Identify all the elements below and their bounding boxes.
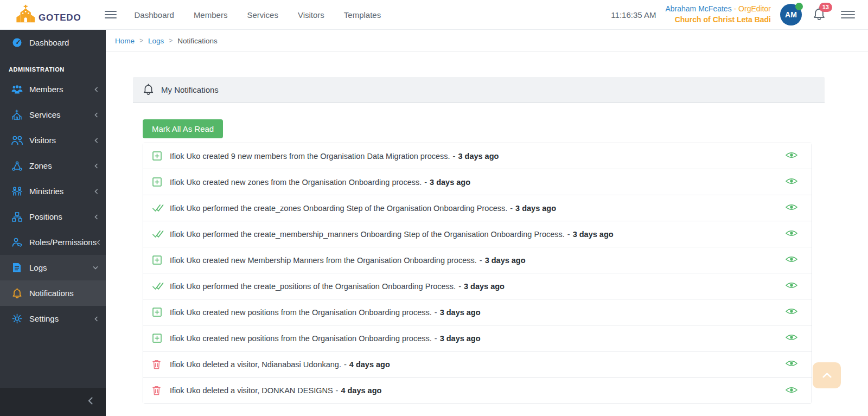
topnav-dashboard[interactable]: Dashboard [134,10,174,20]
eye-icon [786,203,797,213]
sidebar-item-label: Dashboard [29,38,69,47]
avatar-initials: AM [785,10,797,19]
view-notification-button[interactable] [784,280,799,292]
notification-text: Ifiok Uko created 9 new members from the… [170,152,450,161]
breadcrumb-home[interactable]: Home [115,37,135,45]
sidebar-toggle-icon[interactable] [105,11,117,18]
sidebar-item-dashboard[interactable]: Dashboard [0,30,106,55]
sidebar-item-positions[interactable]: Positions [0,204,106,229]
panel-title: My Notifications [161,85,219,94]
sidebar-item-label: Services [29,110,61,119]
sidebar-item-settings[interactable]: Settings [0,306,106,331]
sidebar-filler [0,331,106,388]
notification-row: Ifiok Uko performed the create_zones Onb… [143,195,812,221]
text-separator: - [480,256,482,265]
notification-time: 3 days ago [430,178,470,187]
text-separator: - [510,204,513,213]
sidebar-section-title: ADMINISTRATION [0,55,106,76]
sidebar: Dashboard ADMINISTRATION Members Service… [0,30,106,416]
sidebar-item-roles-permissions[interactable]: Roles/Permissions [0,229,106,255]
sidebar-item-members[interactable]: Members [0,76,106,102]
view-notification-button[interactable] [784,202,799,214]
user-role: - OrgEditor [734,4,771,13]
chevron-down-icon [93,266,98,270]
view-notification-button[interactable] [784,228,799,240]
sidebar-item-label: Ministries [29,187,63,196]
sidebar-item-services[interactable]: Services [0,102,106,127]
text-separator: - [453,152,456,161]
topnav-members[interactable]: Members [194,10,228,20]
avatar[interactable]: AM [780,4,802,25]
app-logo[interactable]: GOTEDO [0,4,81,25]
notification-time: 3 days ago [458,152,499,161]
notification-time: 3 days ago [515,204,556,213]
notification-time: 4 days ago [349,360,390,369]
view-notification-button[interactable] [784,306,799,318]
eye-icon [786,229,797,239]
double-check-icon [152,230,164,238]
text-separator: - [435,308,437,317]
view-notification-button[interactable] [784,332,799,344]
notification-text: Ifiok Uko deleted a visitor, DONKAN DESI… [170,386,333,395]
plus-square-icon [152,151,164,161]
church-logo-icon [15,4,36,25]
notification-text: Ifiok Uko performed the create_positions… [170,282,456,291]
text-separator: - [344,360,347,369]
notification-row: Ifiok Uko created new positions from the… [143,325,812,351]
notification-time: 4 days ago [341,386,381,395]
visitors-icon [11,136,23,145]
notification-row: Ifiok Uko created new Membership Manners… [143,247,812,273]
top-header: GOTEDO Dashboard Members Services Visito… [0,0,868,30]
view-notification-button[interactable] [784,176,799,188]
view-notification-button[interactable] [784,150,799,162]
view-notification-button[interactable] [784,385,799,396]
eye-icon [786,360,797,369]
topnav-visitors[interactable]: Visitors [298,10,324,20]
organisation-name: Church of Christ Leta Badi [665,15,771,25]
chevron-left-icon [94,316,98,322]
gear-icon [11,313,23,324]
plus-square-icon [152,255,164,265]
notifications-bell-button[interactable]: 13 [813,7,825,22]
sidebar-item-ministries[interactable]: Ministries [0,178,106,204]
double-check-icon [152,204,164,212]
mark-all-read-button[interactable]: Mark All As Read [143,119,223,138]
notification-time: 3 days ago [464,282,505,291]
sidebar-collapse-button[interactable] [0,388,106,416]
settings-menu-icon[interactable] [841,11,855,18]
notification-time: 3 days ago [440,334,481,343]
text-separator: - [435,334,437,343]
view-notification-button[interactable] [784,359,799,370]
eye-icon [786,386,797,395]
sidebar-item-notifications[interactable]: Notifications [0,280,106,306]
notification-text: Ifiok Uko created new positions from the… [170,308,432,317]
sidebar-item-label: Positions [29,212,62,221]
text-separator: - [336,386,339,395]
eye-icon [786,151,797,161]
view-notification-button[interactable] [784,254,799,266]
topnav-templates[interactable]: Templates [344,10,381,20]
user-menu[interactable]: Abraham McFeates - OrgEditor Church of C… [665,4,771,25]
text-separator: - [567,230,570,239]
topnav-services[interactable]: Services [247,10,278,20]
notification-text: Ifiok Uko created new positions from the… [170,334,432,343]
scroll-to-top-button[interactable] [813,362,841,388]
sidebar-item-logs[interactable]: Logs [0,255,106,280]
chevron-left-icon [94,163,98,169]
double-check-icon [152,282,164,290]
role-tag-icon [11,238,23,247]
top-navigation: Dashboard Members Services Visitors Temp… [134,10,381,20]
trash-icon [152,386,164,395]
plus-square-icon [152,177,164,187]
main-area: Home > Logs > Notifications My Notificat… [106,30,868,404]
text-separator: - [424,178,427,187]
notification-row: Ifiok Uko deleted a visitor, Ndianabasi … [143,351,812,377]
sidebar-item-zones[interactable]: Zones [0,153,106,178]
online-status-dot [795,3,803,10]
trash-icon [152,360,164,369]
breadcrumb: Home > Logs > Notifications [106,30,868,52]
chevron-up-icon [822,370,832,380]
sidebar-item-visitors[interactable]: Visitors [0,127,106,153]
breadcrumb-logs[interactable]: Logs [148,37,164,45]
eye-icon [786,255,797,265]
